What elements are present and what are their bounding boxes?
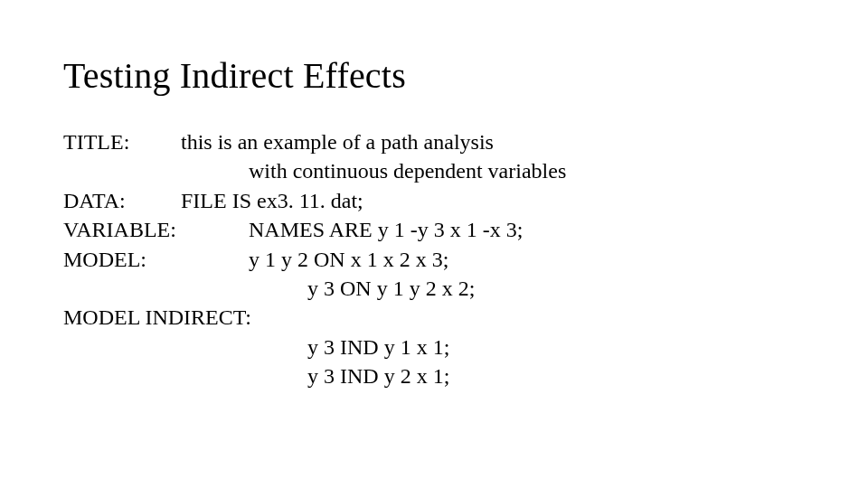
indent-spacer [181,361,249,390]
indent-spacer [181,333,249,361]
line-text: with continuous dependent variables [249,156,566,185]
line-text: y 3 IND y 2 x 1; [307,361,449,390]
slide: Testing Indirect Effects TITLE:this is a… [0,0,868,391]
code-line: DATA:FILE IS ex3. 11. dat; [63,186,805,215]
indent-spacer [63,361,181,390]
code-line: y 3 ON y 1 y 2 x 2; [63,274,805,303]
indent-spacer [63,274,181,303]
line-label: MODEL: [63,245,249,274]
line-text: y 1 y 2 ON x 1 x 2 x 3; [249,245,448,274]
indent-spacer [249,274,307,303]
indent-spacer [63,156,181,185]
line-text: FILE IS ex3. 11. dat; [181,186,363,215]
code-block: TITLE:this is an example of a path analy… [63,127,805,391]
line-label: VARIABLE: [63,215,249,244]
indent-spacer [181,274,249,303]
code-line: VARIABLE:NAMES ARE y 1 -y 3 x 1 -x 3; [63,215,805,244]
indent-spacer [249,333,307,361]
code-line: y 3 IND y 1 x 1; [63,333,805,361]
indent-spacer [63,333,181,361]
indent-spacer [249,361,307,390]
code-line: MODEL:y 1 y 2 ON x 1 x 2 x 3; [63,245,805,274]
line-text: y 3 ON y 1 y 2 x 2; [307,274,475,303]
slide-heading: Testing Indirect Effects [63,54,805,97]
line-label: TITLE: [63,127,181,156]
line-text: NAMES ARE y 1 -y 3 x 1 -x 3; [249,215,523,244]
code-line: TITLE:this is an example of a path analy… [63,127,805,156]
code-line: y 3 IND y 2 x 1; [63,361,805,390]
code-line: MODEL INDIRECT: [63,303,805,332]
line-text: this is an example of a path analysis [181,127,494,156]
indent-spacer [181,156,249,185]
line-label: DATA: [63,186,181,215]
line-text: y 3 IND y 1 x 1; [307,333,449,361]
code-line: with continuous dependent variables [63,156,805,185]
line-label: MODEL INDIRECT: [63,303,307,332]
